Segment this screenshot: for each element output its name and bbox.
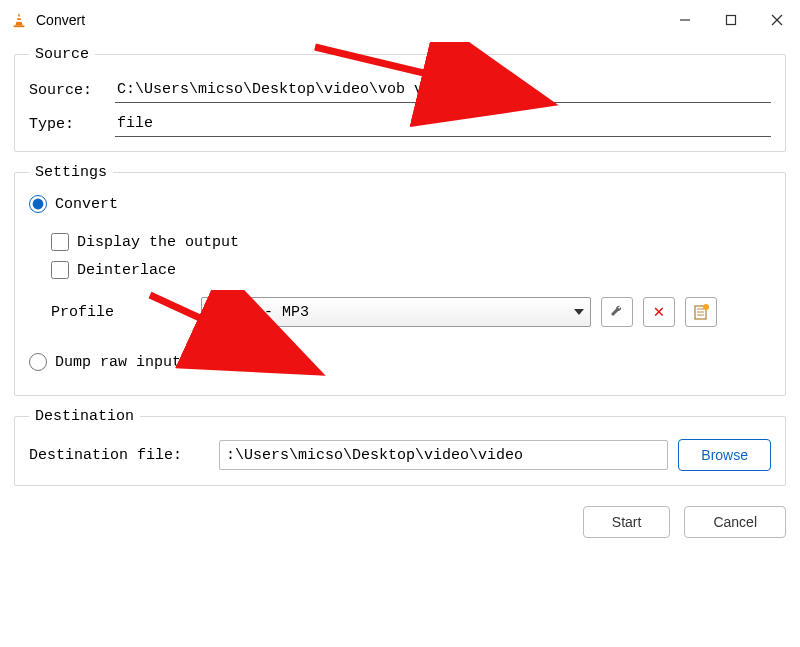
source-legend: Source bbox=[29, 46, 95, 63]
deinterlace-label: Deinterlace bbox=[77, 262, 176, 279]
maximize-button[interactable] bbox=[708, 2, 754, 38]
dump-radio[interactable] bbox=[29, 353, 47, 371]
convert-radio[interactable] bbox=[29, 195, 47, 213]
window-title: Convert bbox=[36, 12, 85, 28]
profile-label: Profile bbox=[51, 304, 191, 321]
source-input[interactable] bbox=[115, 77, 771, 103]
svg-rect-3 bbox=[14, 25, 25, 27]
footer: Start Cancel bbox=[0, 506, 800, 538]
settings-legend: Settings bbox=[29, 164, 113, 181]
svg-marker-0 bbox=[15, 13, 22, 26]
close-button[interactable] bbox=[754, 2, 800, 38]
cancel-button[interactable]: Cancel bbox=[684, 506, 786, 538]
profile-dropdown[interactable]: Audio - MP3 bbox=[201, 297, 591, 327]
deinterlace-checkbox[interactable] bbox=[51, 261, 69, 279]
svg-point-12 bbox=[703, 304, 709, 310]
new-profile-button[interactable] bbox=[685, 297, 717, 327]
display-output-checkbox[interactable] bbox=[51, 233, 69, 251]
convert-radio-row[interactable]: Convert bbox=[29, 195, 771, 213]
window-buttons bbox=[662, 2, 800, 38]
deinterlace-check-row[interactable]: Deinterlace bbox=[51, 261, 771, 279]
svg-rect-1 bbox=[16, 16, 21, 18]
source-label: Source: bbox=[29, 82, 115, 99]
type-label: Type: bbox=[29, 116, 115, 133]
x-icon: ✕ bbox=[654, 303, 665, 321]
content: Source Source: Type: Settings Convert Di… bbox=[0, 40, 800, 506]
browse-button[interactable]: Browse bbox=[678, 439, 771, 471]
wrench-icon bbox=[608, 303, 626, 321]
destination-legend: Destination bbox=[29, 408, 140, 425]
destination-group: Destination Destination file: Browse bbox=[14, 408, 786, 486]
destination-file-label: Destination file: bbox=[29, 447, 209, 464]
delete-profile-button[interactable]: ✕ bbox=[643, 297, 675, 327]
dump-radio-row[interactable]: Dump raw input bbox=[29, 353, 771, 371]
settings-group: Settings Convert Display the output Dein… bbox=[14, 164, 786, 396]
vlc-cone-icon bbox=[10, 11, 28, 29]
profile-selected: Audio - MP3 bbox=[210, 304, 309, 321]
svg-rect-5 bbox=[727, 16, 736, 25]
type-input[interactable] bbox=[115, 111, 771, 137]
profile-row: Profile Audio - MP3 ✕ bbox=[29, 297, 771, 327]
destination-file-input[interactable] bbox=[219, 440, 668, 470]
convert-label: Convert bbox=[55, 196, 118, 213]
display-output-check-row[interactable]: Display the output bbox=[51, 233, 771, 251]
source-group: Source Source: Type: bbox=[14, 46, 786, 152]
start-button[interactable]: Start bbox=[583, 506, 671, 538]
dump-label: Dump raw input bbox=[55, 354, 181, 371]
svg-rect-2 bbox=[16, 20, 23, 22]
minimize-button[interactable] bbox=[662, 2, 708, 38]
chevron-down-icon bbox=[574, 309, 584, 315]
display-output-label: Display the output bbox=[77, 234, 239, 251]
title-left: Convert bbox=[10, 11, 85, 29]
new-profile-icon bbox=[692, 303, 710, 321]
edit-profile-button[interactable] bbox=[601, 297, 633, 327]
titlebar: Convert bbox=[0, 0, 800, 40]
